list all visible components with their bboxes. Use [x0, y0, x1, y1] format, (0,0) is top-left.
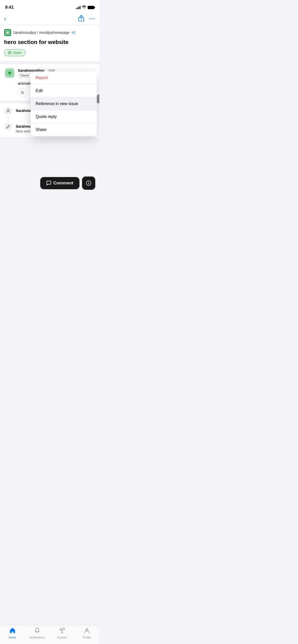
repo-avatar [4, 29, 11, 36]
issue-header: Sarahmoodjoy / moodjoyhomepage #2 hero s… [0, 25, 99, 62]
svg-point-11 [88, 182, 89, 182]
breadcrumb: Sarahmoodjoy / moodjoyhomepage #2 [4, 29, 95, 36]
battery-icon [88, 6, 94, 9]
avatar [4, 67, 15, 79]
wifi-icon [82, 5, 86, 10]
repo-name: Sarahmoodjoy / moodjoyhomepage [13, 31, 70, 35]
back-button[interactable]: ‹ [4, 15, 6, 23]
issue-title: hero section for website [4, 39, 95, 46]
navigation-bar: ‹ ··· [0, 13, 99, 25]
emoji-button[interactable]: ☺ [18, 88, 27, 97]
bottom-toolbar: Comment [0, 173, 99, 193]
share-button[interactable] [78, 15, 84, 23]
activity-edit-icon [4, 123, 12, 131]
more-button[interactable]: ··· [89, 16, 95, 22]
info-button[interactable] [82, 177, 95, 190]
context-menu-edit[interactable]: Edit [31, 84, 97, 97]
status-time: 9:41 [5, 5, 14, 10]
context-menu-report[interactable]: Report [31, 71, 97, 84]
issue-status-badge: Open [4, 49, 25, 56]
comment-button[interactable]: Comment [40, 177, 79, 189]
status-bar: 9:41 [0, 0, 99, 13]
context-menu-reference[interactable]: Reference in new issue [31, 97, 97, 110]
signal-icon [76, 6, 80, 9]
context-menu-quote-reply[interactable]: Quote reply [31, 110, 97, 123]
context-menu-share[interactable]: Share [31, 123, 97, 136]
svg-point-4 [9, 52, 10, 53]
svg-rect-2 [7, 32, 9, 34]
activity-assign-icon [4, 107, 12, 115]
context-menu: Report Edit Reference in new issue Quote… [31, 71, 97, 136]
activity-divider [8, 116, 8, 122]
svg-rect-7 [8, 71, 11, 75]
svg-point-8 [7, 109, 9, 111]
status-icons [76, 5, 94, 10]
comment-block: Sarahmoodjoy · now Owner ··· animation ☺… [0, 64, 99, 101]
issue-number: #2 [72, 31, 76, 35]
